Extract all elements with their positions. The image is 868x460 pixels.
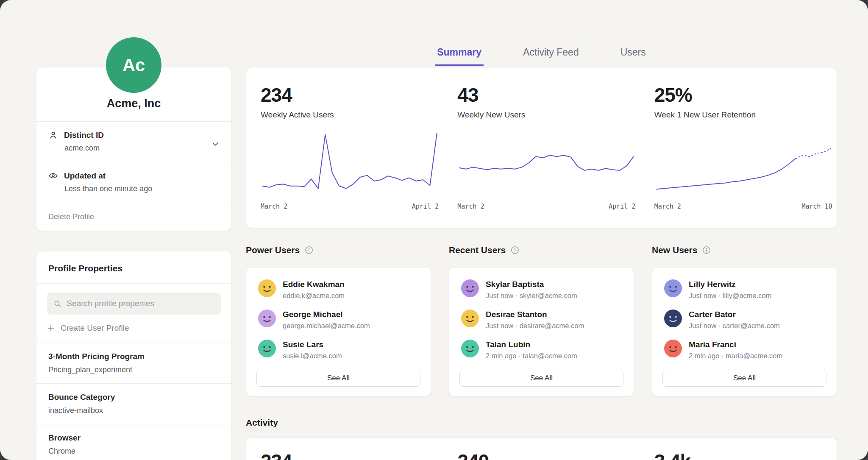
stat-label: Week 1 New User Retention <box>654 110 837 120</box>
list-title: New Users <box>652 245 697 255</box>
recent-users-card: Skylar Baptista Just now · skyler@acme.c… <box>449 267 634 396</box>
user-name: Eddie Kwakman <box>283 280 345 289</box>
see-all-button[interactable]: See All <box>256 370 420 387</box>
see-all-button[interactable]: See All <box>662 370 826 387</box>
property-value: Pricing_plan_experiment <box>48 365 219 374</box>
sparkline-chart <box>457 126 635 198</box>
user-avatar <box>258 309 276 327</box>
search-input[interactable] <box>67 299 214 308</box>
axis-start-label: March 2 <box>457 203 484 210</box>
property-row: 3-Month Pricing Program Pricing_plan_exp… <box>36 343 231 383</box>
x-axis-labels: March 2 April 2 <box>457 203 635 210</box>
user-subtitle: 2 min ago · maria@acme.com <box>689 352 782 360</box>
create-user-profile-button[interactable]: Create User Profile <box>47 323 221 333</box>
stat-weekly-new-users: 43 Weekly New Users March 2 April 2 <box>443 68 640 228</box>
user-avatar <box>258 340 276 357</box>
delete-profile-button[interactable]: Delete Profile <box>36 203 231 231</box>
user-avatar <box>461 279 479 297</box>
user-avatar <box>461 340 479 357</box>
activity-stat-value: 240 <box>457 450 640 460</box>
distinct-id-row: Distinct ID acme.com <box>36 122 231 162</box>
updated-at-value: Less than one minute ago <box>64 184 219 193</box>
company-avatar-initials: Ac <box>122 55 145 75</box>
company-avatar: Ac <box>106 37 161 93</box>
distinct-id-label: Distinct ID <box>64 131 104 140</box>
user-name: Lilly Herwitz <box>689 280 772 289</box>
activity-stat: 240 <box>443 438 640 460</box>
list-item[interactable]: Talan Lubin 2 min ago · talan@acme.com <box>461 340 622 360</box>
list-item[interactable]: Desirae Stanton Just now · desirare@acme… <box>461 309 622 330</box>
list-item[interactable]: Carter Bator Just now · carter@acme.com <box>664 309 825 330</box>
tab-activity-feed[interactable]: Activity Feed <box>521 47 581 66</box>
search-icon <box>53 299 61 308</box>
property-row: Browser Chrome <box>36 424 231 460</box>
stat-weekly-active-users: 234 Weekly Active Users March 2 April 2 <box>246 68 443 228</box>
property-label: 3-Month Pricing Program <box>48 352 219 361</box>
user-name: Susie Lars <box>283 340 342 349</box>
x-axis-labels: March 2 March 10 <box>654 203 832 210</box>
person-icon <box>48 130 58 140</box>
user-subtitle: eddie.k@acme.com <box>283 292 345 300</box>
sparkline-chart <box>261 126 439 198</box>
chevron-down-icon[interactable] <box>211 139 220 149</box>
tab-users[interactable]: Users <box>618 47 648 66</box>
activity-stat-value: 234 <box>261 450 443 460</box>
user-avatar <box>664 309 682 327</box>
info-icon[interactable] <box>305 246 313 254</box>
user-name: Talan Lubin <box>486 340 577 349</box>
list-item[interactable]: George Michael george.michael@acme.com <box>258 309 419 330</box>
profile-properties-card: Profile Properties Create User Profile 3… <box>36 251 231 460</box>
stat-label: Weekly Active Users <box>261 110 443 120</box>
property-value: Chrome <box>48 447 219 456</box>
activity-stat: 234 <box>246 438 443 460</box>
updated-at-row: Updated at Less than one minute ago <box>36 162 231 203</box>
sparkline-chart <box>654 126 832 198</box>
user-subtitle: Just now · skyler@acme.com <box>486 292 577 300</box>
list-title: Recent Users <box>449 245 506 255</box>
property-label: Browser <box>48 433 219 443</box>
list-title: Power Users <box>246 245 300 255</box>
property-label: Bounce Category <box>48 393 219 402</box>
plus-icon <box>47 324 55 332</box>
list-item[interactable]: Skylar Baptista Just now · skyler@acme.c… <box>461 279 622 300</box>
info-icon[interactable] <box>511 246 519 254</box>
profile-properties-title: Profile Properties <box>36 251 231 284</box>
distinct-id-value: acme.com <box>64 144 219 153</box>
new-users-card: Lilly Herwitz Just now · lilly@acme.com … <box>652 267 837 396</box>
list-item[interactable]: Lilly Herwitz Just now · lilly@acme.com <box>664 279 825 300</box>
user-name: Desirae Stanton <box>486 310 584 319</box>
user-subtitle: Just now · desirare@acme.com <box>486 322 584 330</box>
list-item[interactable]: Eddie Kwakman eddie.k@acme.com <box>258 279 419 300</box>
info-icon[interactable] <box>702 246 711 254</box>
user-name: George Michael <box>283 310 370 319</box>
see-all-button[interactable]: See All <box>459 370 623 387</box>
user-name: Skylar Baptista <box>486 280 577 289</box>
user-avatar <box>461 309 479 327</box>
stat-value: 43 <box>457 84 640 106</box>
user-name: Carter Bator <box>689 310 780 319</box>
line-chart <box>654 126 832 198</box>
axis-end-label: April 2 <box>412 203 439 210</box>
profile-properties-search[interactable] <box>47 293 221 315</box>
power-users-section: Power Users Eddie Kwakman <box>246 245 431 396</box>
axis-start-label: March 2 <box>261 203 287 210</box>
stat-week1-retention: 25% Week 1 New User Retention March 2 Ma… <box>640 68 837 228</box>
activity-stat: 3.4k <box>640 438 837 460</box>
tab-summary[interactable]: Summary <box>435 47 484 66</box>
power-users-card: Eddie Kwakman eddie.k@acme.com George Mi… <box>246 267 431 396</box>
list-item[interactable]: Susie Lars susie.l@acme.com <box>258 340 419 360</box>
user-name: Maria Franci <box>689 340 782 349</box>
user-subtitle: susie.l@acme.com <box>283 352 342 360</box>
axis-start-label: March 2 <box>654 203 681 210</box>
axis-end-label: March 10 <box>801 203 832 210</box>
user-subtitle: Just now · lilly@acme.com <box>689 292 772 300</box>
line-chart <box>457 126 635 198</box>
user-avatar <box>664 340 682 357</box>
line-chart <box>261 126 439 198</box>
user-lists-row: Power Users Eddie Kwakman <box>246 245 837 396</box>
user-avatar <box>258 279 276 297</box>
list-item[interactable]: Maria Franci 2 min ago · maria@acme.com <box>664 340 825 360</box>
property-value: inactive-mailbox <box>48 406 219 415</box>
updated-at-label: Updated at <box>64 171 106 181</box>
user-subtitle: Just now · carter@acme.com <box>689 322 780 330</box>
